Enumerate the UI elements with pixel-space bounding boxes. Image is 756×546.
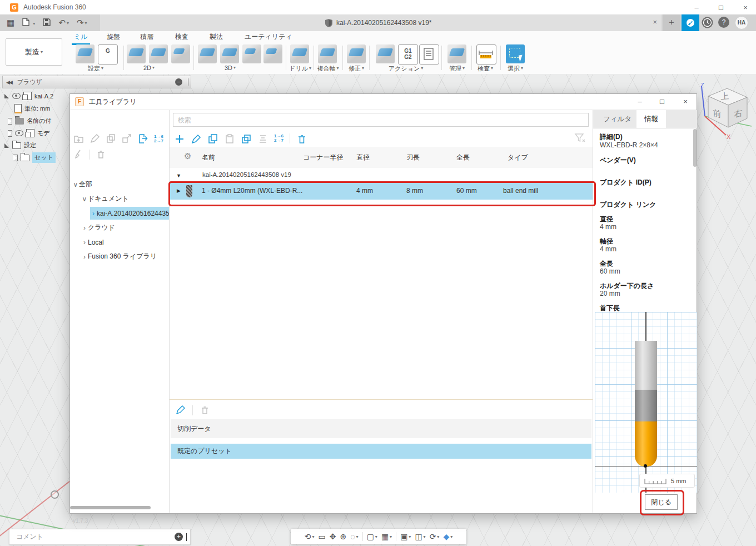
- user-avatar[interactable]: HA: [735, 16, 748, 29]
- drill-icon[interactable]: [290, 44, 309, 63]
- tree-item-current-document[interactable]: › kai-A.2014020516244350: [90, 207, 169, 220]
- save-icon[interactable]: [41, 18, 53, 28]
- column-header-flute-length[interactable]: 刃長: [406, 153, 420, 162]
- column-header-diameter[interactable]: 直径: [356, 153, 370, 162]
- browser-item-model[interactable]: モデ: [8, 128, 70, 138]
- dialog-close-button[interactable]: ×: [677, 94, 694, 110]
- expand-open-icon[interactable]: [4, 94, 9, 98]
- delete-tool-icon[interactable]: [296, 133, 307, 144]
- delete-library-icon[interactable]: [96, 149, 106, 160]
- delete-preset-icon[interactable]: [200, 405, 210, 415]
- tool-preview[interactable]: 5 mm: [595, 312, 697, 493]
- 2d-adaptive-icon[interactable]: [127, 44, 146, 63]
- appearance-icon[interactable]: ◆: [443, 532, 452, 541]
- cleanup-broom-icon[interactable]: [73, 149, 84, 160]
- chevron-closed-icon[interactable]: ›: [90, 210, 97, 217]
- copy-library-icon[interactable]: [106, 133, 116, 144]
- look-at-icon[interactable]: ▭: [319, 532, 326, 541]
- ribbon-tab-lathe[interactable]: 旋盤: [107, 32, 120, 43]
- 3d-spiral-icon[interactable]: [263, 44, 282, 63]
- duplicate-tool-icon[interactable]: [241, 133, 251, 144]
- select-icon[interactable]: [506, 44, 525, 63]
- paste-tool-icon[interactable]: [224, 133, 235, 144]
- help-button[interactable]: ?: [718, 17, 729, 28]
- renumber-tools-icon[interactable]: 1→6 2→7: [154, 135, 163, 143]
- ribbon-tab-inspection[interactable]: 検査: [175, 32, 188, 43]
- export-library-icon[interactable]: [138, 133, 148, 144]
- 3d-contour-icon[interactable]: [242, 44, 261, 63]
- dialog-title-bar[interactable]: F 工具ライブラリ – □ ×: [70, 94, 697, 110]
- column-header-type[interactable]: タイプ: [508, 153, 528, 162]
- orbit-icon[interactable]: ⟲: [305, 532, 315, 541]
- group-label-setup[interactable]: 設定: [88, 64, 103, 73]
- tool-row-selected[interactable]: ▶ 1 - Ø4mm L20mm (WXL-EBD-R... 4 mm 8 mm…: [170, 183, 593, 200]
- view-cube[interactable]: 上 前 右 Z X: [694, 82, 756, 144]
- browser-item-document-root[interactable]: kai-A.2: [4, 91, 70, 101]
- viewports-icon[interactable]: ◫: [415, 532, 425, 541]
- 3d-pocket-icon[interactable]: [220, 44, 239, 63]
- browser-item-setup-folder[interactable]: 設定: [4, 140, 70, 151]
- visibility-eye-icon[interactable]: [15, 130, 23, 136]
- document-tab-close-icon[interactable]: ×: [653, 18, 657, 26]
- group-label-multiaxis[interactable]: 複合軸: [317, 64, 339, 73]
- browser-item-setup[interactable]: セット: [13, 152, 70, 163]
- ribbon-tab-utilities[interactable]: ユーティリティ: [245, 32, 292, 43]
- ncprogram-icon[interactable]: G: [98, 44, 118, 64]
- tree-horizontal-scrollbar[interactable]: [70, 506, 151, 509]
- browser-item-named-views[interactable]: 名前の付: [8, 116, 70, 126]
- edit-tool-icon[interactable]: [191, 133, 201, 144]
- 2d-pocket-icon[interactable]: [149, 44, 168, 63]
- undo-icon[interactable]: ↶: [56, 18, 71, 28]
- dialog-maximize-button[interactable]: □: [654, 94, 670, 110]
- job-status-button[interactable]: [682, 14, 699, 31]
- simulate-icon[interactable]: [376, 44, 395, 63]
- column-header-overall-length[interactable]: 全長: [456, 153, 470, 162]
- group-label-modify[interactable]: 修正: [349, 64, 364, 73]
- edit-preset-icon[interactable]: [175, 405, 186, 415]
- row-expand-icon[interactable]: ▶: [177, 188, 181, 193]
- zoom-icon[interactable]: ⊕: [340, 532, 347, 541]
- browser-item-units[interactable]: 単位: mm: [14, 103, 70, 114]
- workspace-selector[interactable]: 製造: [6, 38, 62, 66]
- group-label-drill[interactable]: ドリル: [289, 64, 311, 73]
- setup-icon[interactable]: [76, 44, 94, 63]
- add-comment-icon[interactable]: +: [175, 533, 183, 541]
- postprocess-icon[interactable]: G1G2: [398, 44, 418, 64]
- browser-minimize-icon[interactable]: −: [175, 78, 182, 86]
- ribbon-tab-mill[interactable]: ミル: [74, 32, 88, 43]
- group-label-inspect[interactable]: 検査: [478, 64, 493, 73]
- ribbon-tab-fabrication[interactable]: 製法: [210, 32, 223, 43]
- setup-sheet-icon[interactable]: [419, 44, 439, 64]
- display-settings-icon[interactable]: ▢: [367, 532, 377, 541]
- window-maximize-button[interactable]: □: [716, 3, 726, 12]
- browser-resize-grip[interactable]: [188, 78, 188, 86]
- modify-icon[interactable]: [347, 44, 366, 63]
- clear-filter-icon[interactable]: [574, 132, 585, 143]
- rename-library-icon[interactable]: [122, 133, 132, 144]
- expand-open-icon[interactable]: [4, 143, 9, 148]
- tab-info[interactable]: 情報: [636, 110, 666, 128]
- 3d-adaptive-icon[interactable]: [198, 44, 217, 63]
- new-folder-icon[interactable]: [73, 133, 84, 144]
- window-close-button[interactable]: ×: [740, 3, 750, 12]
- origin-point[interactable]: [51, 490, 59, 499]
- measure-icon[interactable]: [476, 44, 496, 64]
- new-document-tab-button[interactable]: ＋: [663, 14, 680, 31]
- viewcube-top-label[interactable]: 上: [720, 91, 729, 101]
- chevron-closed-icon[interactable]: ›: [81, 253, 88, 261]
- column-settings-gear-icon[interactable]: ⚙: [184, 151, 191, 161]
- grid-snaps-icon[interactable]: ▦: [381, 532, 392, 541]
- expand-closed-icon[interactable]: [8, 118, 12, 124]
- copy-tool-icon[interactable]: [207, 133, 218, 144]
- window-minimize-button[interactable]: –: [692, 3, 702, 12]
- pan-icon[interactable]: ✥: [330, 532, 336, 541]
- group-collapse-icon[interactable]: ▼: [176, 173, 181, 178]
- notification-clock-button[interactable]: [702, 17, 713, 31]
- dialog-minimize-button[interactable]: –: [631, 94, 648, 110]
- close-dialog-button[interactable]: 閉じる: [645, 494, 678, 510]
- chevron-closed-icon[interactable]: ›: [81, 224, 88, 232]
- group-label-select[interactable]: 選択: [508, 64, 523, 73]
- file-menu-icon[interactable]: [20, 18, 37, 28]
- group-label-3d[interactable]: 3D: [225, 64, 236, 71]
- app-grid-icon[interactable]: ▦: [4, 18, 17, 28]
